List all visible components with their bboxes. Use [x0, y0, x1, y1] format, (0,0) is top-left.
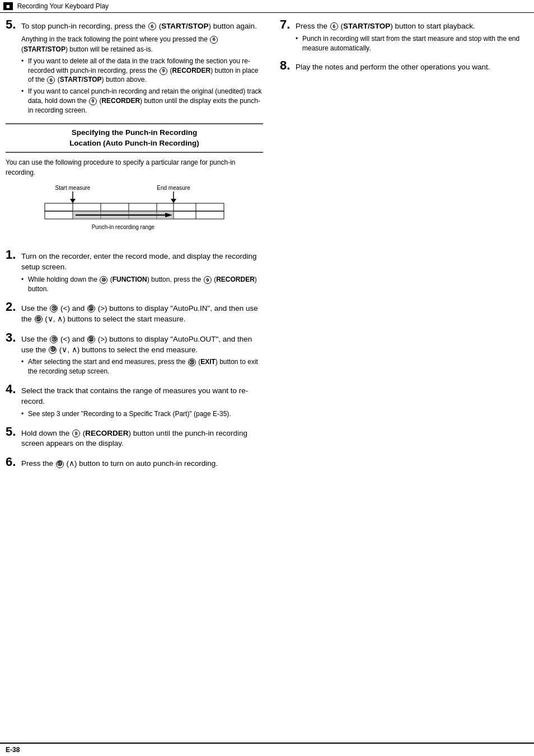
step-4-title: Select the track that contains the range… [21, 386, 263, 407]
bullet-7-1: Punch in recording will start from the s… [296, 34, 521, 53]
icon-19b: ⑲ [49, 346, 57, 354]
icon-19c: ⑲ [56, 460, 64, 468]
step-2-number: 2. [6, 301, 18, 313]
page: ■ Recording Your Keyboard Play 5. To sto… [0, 0, 534, 756]
icon-9b: 9 [89, 97, 97, 105]
step-7: 7. Press the 6 (START/STOP) button to st… [280, 18, 521, 53]
step-7-number: 7. [280, 18, 292, 31]
step-6: 6. Press the ⑲ (∧) button to turn on aut… [6, 456, 263, 469]
icon-6a: 6 [148, 22, 156, 30]
bullet-3-1: After selecting the start and end measur… [21, 357, 263, 376]
step-5-top-body: Anything in the track following the poin… [21, 34, 263, 115]
icon-9d: 9 [72, 430, 80, 437]
step-5-top-number: 5. [6, 18, 18, 31]
svg-text:Punch-in recording range: Punch-in recording range [92, 224, 155, 230]
step-2-title: Use the ⑳ (<) and ㉚ (>) buttons to displ… [21, 304, 263, 325]
step-1-body: While holding down the ⑩ (FUNCTION) butt… [21, 275, 263, 294]
bullet-5-2: If you want to cancel punch-in recording… [21, 87, 263, 115]
step-6-header: 6. Press the ⑲ (∧) button to turn on aut… [6, 456, 263, 469]
step-7-title: Press the 6 (START/STOP) button to start… [296, 21, 475, 32]
icon-6b: 6 [210, 36, 218, 44]
icon-19a: ⑲ [35, 315, 43, 323]
step-1-title: Turn on the recorder, enter the record m… [21, 251, 263, 273]
left-column: 5. To stop punch-in recording, press the… [6, 18, 274, 476]
icon-6d: 6 [330, 22, 338, 30]
section-intro: You can use the following procedure to s… [6, 157, 263, 178]
content-area: 5. To stop punch-in recording, press the… [0, 13, 534, 482]
svg-rect-6 [45, 203, 224, 211]
section-heading: Specifying the Punch-in RecordingLocatio… [6, 123, 263, 153]
svg-text:End measure: End measure [157, 185, 190, 191]
step-3: 3. Use the ⑳ (<) and ㉚ (>) buttons to di… [6, 332, 263, 376]
page-number: E-38 [6, 746, 20, 754]
footer-bar: E-38 [0, 743, 534, 756]
icon-10a: ⑩ [100, 276, 107, 284]
step-4-body: See step 3 under "Recording to a Specifi… [21, 409, 263, 419]
step-6-number: 6. [6, 456, 18, 468]
step-1: 1. Turn on the recorder, enter the recor… [6, 249, 263, 293]
step-2-header: 2. Use the ⑳ (<) and ㉚ (>) buttons to di… [6, 301, 263, 325]
bullet-5-1: If you want to delete all of the data in… [21, 57, 263, 85]
step-4-header: 4. Select the track that contains the ra… [6, 383, 263, 407]
diagram-svg: Start measure End measure [39, 183, 229, 241]
step-5-bottom-title: Hold down the 9 (RECORDER) button until … [21, 428, 263, 450]
step-4-number: 4. [6, 383, 18, 395]
step-3-header: 3. Use the ⑳ (<) and ㉚ (>) buttons to di… [6, 332, 263, 356]
step-5-top-bullets: If you want to delete all of the data in… [21, 57, 263, 115]
icon-30a: ㉚ [87, 305, 95, 312]
right-column: 7. Press the 6 (START/STOP) button to st… [274, 18, 521, 476]
bullet-1-1: While holding down the ⑩ (FUNCTION) butt… [21, 275, 263, 294]
step-1-number: 1. [6, 249, 18, 261]
step-7-header: 7. Press the 6 (START/STOP) button to st… [280, 18, 521, 32]
step-8-title: Play the notes and perform the other ope… [296, 62, 490, 73]
header-icon-box: ■ [3, 2, 13, 10]
icon-9a: 9 [160, 67, 167, 75]
step-2: 2. Use the ⑳ (<) and ㉚ (>) buttons to di… [6, 301, 263, 325]
svg-text:Start measure: Start measure [55, 185, 91, 191]
step-8: 8. Play the notes and perform the other … [280, 59, 521, 73]
icon-20c: ⑳ [188, 358, 196, 366]
svg-marker-5 [171, 199, 176, 203]
step-3-title: Use the ⑳ (<) and ㉚ (>) buttons to displ… [21, 334, 263, 356]
step-3-number: 3. [6, 332, 18, 344]
step-5-top-header: 5. To stop punch-in recording, press the… [6, 18, 263, 32]
header-title: Recording Your Keyboard Play [17, 2, 109, 10]
step-5-bottom: 5. Hold down the 9 (RECORDER) button unt… [6, 426, 263, 450]
step-6-title: Press the ⑲ (∧) button to turn on auto p… [21, 459, 218, 469]
icon-20b: ⑳ [50, 335, 58, 343]
bullet-4-1: See step 3 under "Recording to a Specifi… [21, 409, 263, 419]
header-bar: ■ Recording Your Keyboard Play [0, 0, 534, 13]
step-8-number: 8. [280, 59, 292, 72]
step-5-bottom-header: 5. Hold down the 9 (RECORDER) button unt… [6, 426, 263, 450]
step-4: 4. Select the track that contains the ra… [6, 383, 263, 419]
step-3-body: After selecting the start and end measur… [21, 357, 263, 376]
step-5-top-title: To stop punch-in recording, press the 6 … [21, 21, 257, 32]
icon-20a: ⑳ [50, 305, 58, 312]
svg-marker-3 [70, 199, 76, 203]
step-7-body: Punch in recording will start from the s… [296, 34, 521, 53]
step-5-top: 5. To stop punch-in recording, press the… [6, 18, 263, 115]
icon-30b: ㉚ [87, 335, 95, 343]
step-1-header: 1. Turn on the recorder, enter the recor… [6, 249, 263, 273]
icon-9c: 9 [204, 276, 212, 284]
diagram-container: Start measure End measure [6, 183, 263, 241]
step-8-header: 8. Play the notes and perform the other … [280, 59, 521, 73]
icon-6c: 6 [47, 76, 55, 84]
step-5-bottom-number: 5. [6, 426, 18, 438]
